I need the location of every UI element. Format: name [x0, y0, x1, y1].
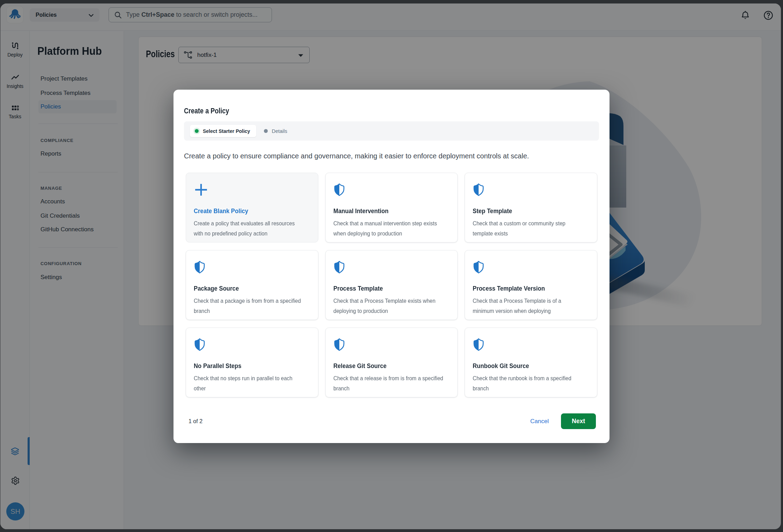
step-select-starter-policy[interactable]: Select Starter Policy — [190, 125, 256, 137]
card-release-git-source[interactable]: Release Git Source Check that a release … — [325, 328, 458, 397]
shield-icon — [333, 338, 450, 352]
shield-icon — [194, 338, 310, 352]
card-package-source[interactable]: Package Source Check that a package is f… — [186, 250, 318, 320]
shield-icon — [473, 338, 589, 352]
pending-step-dot-icon — [264, 129, 268, 133]
active-step-dot-icon — [195, 129, 199, 133]
shield-icon — [194, 260, 310, 274]
card-runbook-git-source[interactable]: Runbook Git Source Check that the runboo… — [465, 328, 597, 397]
cancel-button[interactable]: Cancel — [530, 418, 549, 425]
shield-icon — [473, 183, 589, 197]
shield-icon — [333, 260, 450, 274]
card-no-parallel-steps[interactable]: No Parallel Steps Check that no steps ru… — [186, 328, 318, 397]
step-details[interactable]: Details — [264, 128, 287, 134]
pagination-label: 1 of 2 — [189, 418, 202, 425]
stepper: Select Starter Policy Details — [184, 121, 599, 141]
next-button[interactable]: Next — [561, 413, 596, 429]
create-policy-modal: Create a Policy Select Starter Policy De… — [173, 90, 610, 443]
starter-policy-grid: Create Blank Policy Create a policy that… — [186, 173, 597, 397]
modal-description: Create a policy to ensure compliance and… — [184, 152, 599, 160]
shield-icon — [333, 183, 450, 197]
card-step-template[interactable]: Step Template Check that a custom or com… — [465, 173, 597, 242]
plus-icon — [194, 183, 310, 197]
shield-icon — [473, 260, 589, 274]
card-process-template-version[interactable]: Process Template Version Check that a Pr… — [465, 250, 597, 320]
card-process-template[interactable]: Process Template Check that a Process Te… — [325, 250, 458, 320]
modal-footer: 1 of 2 Cancel Next — [184, 413, 596, 429]
card-create-blank-policy[interactable]: Create Blank Policy Create a policy that… — [186, 173, 318, 242]
modal-title: Create a Policy — [184, 106, 524, 115]
card-manual-intervention[interactable]: Manual Intervention Check that a manual … — [325, 173, 458, 242]
